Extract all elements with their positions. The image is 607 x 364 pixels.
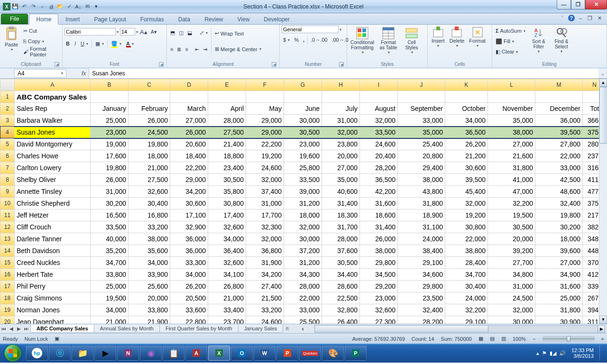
cell[interactable]: 34,500 (360, 269, 398, 281)
fill-button[interactable]: ⬛ Fill▾ (494, 36, 527, 46)
cell[interactable]: Herbert Tate (15, 269, 91, 281)
font-color-button[interactable]: A▾ (125, 38, 135, 49)
cell[interactable]: Carlton Lowery (15, 162, 91, 174)
horizontal-scrollbar[interactable]: ◀ ▶ (314, 325, 605, 333)
row-header[interactable]: 17 (0, 281, 15, 292)
cell[interactable]: 19,200 (445, 209, 488, 221)
zoom-slider[interactable] (543, 336, 595, 342)
row-header[interactable]: 3 (0, 115, 15, 127)
sheet-tab[interactable]: Annual Sales by Month (94, 325, 160, 333)
cell[interactable]: June (284, 103, 322, 115)
merge-center-button[interactable]: ⊞Merge & Center▾ (213, 44, 263, 55)
expand-formula-icon[interactable]: ⌄ (598, 70, 607, 77)
cell[interactable]: 30,600 (170, 198, 208, 209)
cell[interactable]: 25,800 (284, 162, 322, 174)
cell-styles-button[interactable]: Cell Styles▾ (401, 26, 422, 55)
cell[interactable]: Craig Simmons (15, 292, 91, 304)
cell[interactable]: 34,200 (246, 269, 284, 281)
tab-page-layout[interactable]: Page Layout (87, 14, 133, 24)
spellcheck-icon[interactable]: ✓ (65, 3, 73, 10)
cell[interactable]: 18,400 (170, 150, 208, 162)
cell[interactable]: 32,200 (445, 304, 488, 316)
cell[interactable]: 18,300 (322, 209, 360, 221)
row-header[interactable]: 14 (0, 245, 15, 257)
align-top-icon[interactable]: ⬒ (169, 28, 176, 38)
cell[interactable]: 33,200 (129, 221, 170, 233)
tray-flag-icon[interactable]: ⚑ (542, 350, 547, 356)
cell[interactable]: 28,000 (322, 233, 360, 245)
cell[interactable]: 38,000 (488, 127, 535, 138)
cell[interactable]: 23,500 (398, 292, 445, 304)
font-size-input[interactable] (120, 28, 135, 36)
cell[interactable]: 25,000 (535, 292, 583, 304)
cell[interactable]: 30,500 (208, 174, 246, 186)
cell[interactable]: 36,500 (445, 127, 488, 138)
cell[interactable]: 33,000 (398, 115, 445, 127)
cell[interactable]: 19,800 (91, 162, 129, 174)
tab-file[interactable]: File (1, 14, 28, 24)
cell[interactable]: 26,200 (445, 138, 488, 150)
workbook-close-icon[interactable]: ✕ (596, 14, 603, 22)
cell[interactable]: 29,000 (170, 174, 208, 186)
cell[interactable]: 18,000 (129, 150, 170, 162)
row-header[interactable]: 8 (0, 174, 15, 186)
workbook-minimize-icon[interactable]: – (577, 14, 584, 22)
qat-dropdown-icon[interactable]: ▾ (92, 3, 100, 10)
cell[interactable]: 34,200 (170, 186, 208, 198)
cell[interactable]: 23,000 (284, 138, 322, 150)
wrap-text-button[interactable]: ↩Wrap Text (213, 28, 263, 39)
row-header[interactable]: 5 (0, 138, 15, 150)
cell[interactable]: 28,200 (398, 316, 445, 324)
row-header[interactable]: 13 (0, 233, 15, 245)
task-access-icon[interactable]: A (185, 346, 207, 361)
cell[interactable]: 30,800 (208, 198, 246, 209)
cell[interactable]: 39,600 (535, 245, 583, 257)
zoom-level[interactable]: 100% (513, 336, 526, 342)
column-header[interactable]: A (15, 79, 91, 91)
cell[interactable]: 30,900 (535, 316, 583, 324)
cell[interactable] (284, 91, 322, 103)
cell[interactable]: 38,400 (398, 245, 445, 257)
cell[interactable]: 27,000 (170, 115, 208, 127)
tray-network-icon[interactable]: ▮◢ (550, 350, 556, 356)
cell[interactable]: 20,000 (488, 233, 535, 245)
format-painter-button[interactable]: 🖌Format Painter (22, 46, 60, 57)
cell[interactable]: 41,000 (488, 174, 535, 186)
zoom-in-icon[interactable]: + (601, 336, 604, 342)
cell[interactable]: 32,000 (322, 127, 360, 138)
row-header[interactable]: 2 (0, 103, 15, 115)
cell[interactable]: 32,600 (208, 221, 246, 233)
zoom-out-icon[interactable]: − (533, 336, 535, 342)
cell[interactable]: 30,500 (284, 127, 322, 138)
cell[interactable]: 26,400 (322, 316, 360, 324)
cell[interactable]: 32,000 (488, 304, 535, 316)
cell[interactable]: 34,300 (284, 269, 322, 281)
cell[interactable]: 39,500 (535, 127, 583, 138)
cell[interactable]: 34,000 (208, 233, 246, 245)
row-header[interactable]: 18 (0, 292, 15, 304)
cell[interactable]: April (208, 103, 246, 115)
cell[interactable]: 42,500 (535, 174, 583, 186)
task-publisher-icon[interactable]: P (345, 346, 367, 361)
cell[interactable] (322, 91, 360, 103)
cell[interactable]: 36,000 (170, 233, 208, 245)
cell[interactable]: 37,400 (246, 186, 284, 198)
cell[interactable]: 34,100 (208, 269, 246, 281)
cell[interactable]: Annette Tinsley (15, 186, 91, 198)
cell[interactable]: 17,100 (170, 209, 208, 221)
tray-volume-icon[interactable]: 🔊 (559, 350, 566, 356)
cell[interactable]: 32,600 (208, 257, 246, 269)
cell[interactable]: 22,000 (284, 292, 322, 304)
cell[interactable]: 32,200 (488, 198, 535, 209)
cell[interactable]: 24,600 (246, 316, 284, 324)
cell[interactable]: 36,000 (170, 245, 208, 257)
cut-button[interactable]: ✂Cut (22, 26, 60, 36)
cell[interactable] (208, 91, 246, 103)
cell[interactable]: 47,000 (488, 186, 535, 198)
cell[interactable]: 38,000 (360, 245, 398, 257)
cell[interactable]: 33,500 (91, 221, 129, 233)
task-app2-icon[interactable]: 📋 (163, 346, 184, 361)
email-icon[interactable]: ✉ (83, 3, 91, 10)
cell[interactable]: 33,400 (208, 304, 246, 316)
tab-data[interactable]: Data (171, 14, 197, 24)
